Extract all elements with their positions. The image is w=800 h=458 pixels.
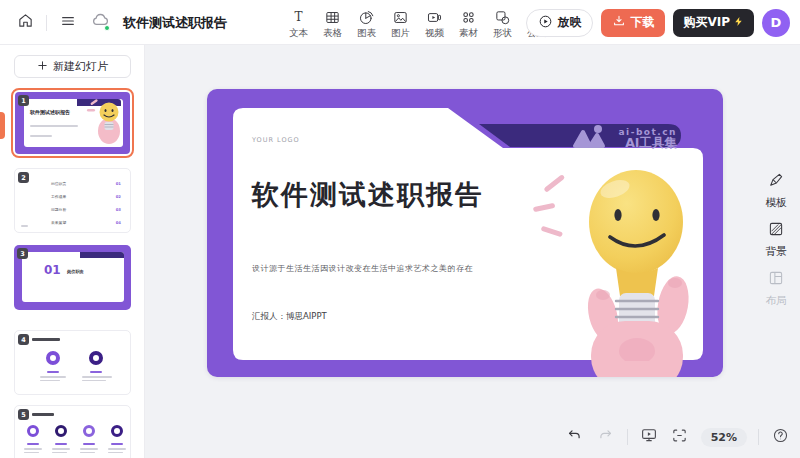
current-slide[interactable]: ai-bot.cn AI工具集 [207,89,723,377]
mini-text-line [40,376,66,378]
toolbar-text[interactable]: T 文本 [283,4,314,42]
mini-text-line [111,443,123,445]
present-button[interactable]: 放映 [526,9,593,37]
redo-button[interactable] [596,427,616,447]
redo-icon [597,427,614,448]
toolbar-video[interactable]: 视频 [419,4,450,42]
toolbar-image[interactable]: 图片 [385,4,416,42]
slide-graphics: ai-bot.cn AI工具集 [207,89,723,377]
app-window: 软件测试述职报告 T 文本 表格 图表 图片 视频 [0,0,800,458]
avatar[interactable]: D [762,9,790,37]
toolbar-label: 形状 [493,28,512,38]
rail-item-layout[interactable]: 布局 [766,269,787,308]
slide-logo-text[interactable]: YOUR LOGO [252,136,300,144]
mini-text-line [83,443,95,445]
slide-thumbnail-3[interactable]: 3 01 岗位职责 [14,245,131,310]
buy-vip-button[interactable]: 购买VIP [673,9,754,37]
assets-icon [460,9,477,26]
layout-icon [767,269,785,291]
fit-screen-button[interactable] [670,427,690,447]
slide-thumbnail-1-selected[interactable]: 1 软件测试述职报告 [11,88,134,158]
menu-button[interactable] [57,12,79,34]
toolbar-label: 文本 [289,28,308,38]
rail-item-background[interactable]: 背景 [766,220,787,259]
help-icon [772,427,789,448]
document-title[interactable]: 软件测试述职报告 [123,14,227,32]
download-button[interactable]: 下载 [601,9,665,37]
toolbar-table[interactable]: 表格 [317,4,348,42]
mini-text-line [82,376,112,378]
rail-item-template[interactable]: 模板 [766,171,787,210]
slide-number-badge: 3 [17,248,28,259]
svg-text:T: T [294,10,302,24]
slide-title-text[interactable]: 软件测试述职报告 [252,177,484,213]
cloud-icon [91,11,110,34]
mini-toc-label: 岗位职责 [51,181,66,186]
present-view-button[interactable] [639,427,659,447]
slide-number-badge: 1 [18,95,29,106]
mini-toc-label: 未来展望 [51,220,66,225]
watermark-name: AI工具集 [625,135,677,150]
mini-donut [55,425,67,437]
mini-donut [89,351,103,365]
slide-panel: 新建幻灯片 1 软件测试述职报告 [0,45,145,458]
video-icon [426,9,443,26]
zoom-controls: 52% [565,427,790,447]
slide-number-badge: 5 [18,409,29,420]
slide-thumbnail-2[interactable]: 2 岗位职责01 工作成果02 问题分析03 未来展望04 [14,168,131,233]
undo-button[interactable] [565,427,585,447]
controls-divider [627,429,628,445]
image-icon [392,9,409,26]
header-divider [46,15,47,31]
cloud-sync-status[interactable] [89,12,111,34]
mini-text-line [108,452,123,454]
header: 软件测试述职报告 T 文本 表格 图表 图片 视频 [0,0,800,45]
lightning-icon [733,15,744,31]
mini-text-line [21,225,28,227]
rail-label: 模板 [766,196,787,210]
sidebar-collapse-handle[interactable] [0,112,5,139]
slide-thumbnail-4[interactable]: 4 [14,330,131,395]
mini-text-line [80,448,98,450]
mini-donut [111,425,123,437]
play-icon [538,14,553,32]
rail-label: 背景 [766,245,787,259]
new-slide-button[interactable]: 新建幻灯片 [14,55,131,78]
shape-icon [494,9,511,26]
toolbar-shape[interactable]: 形状 [487,4,518,42]
mini-toc-label: 工作成果 [51,194,66,199]
slide-thumbnail-5[interactable]: 5 [14,405,131,458]
toolbar-chart[interactable]: 图表 [351,4,382,42]
right-tool-rail: 模板 背景 布局 [752,171,800,308]
help-button[interactable] [770,427,790,447]
mini-text-line [24,448,42,450]
toolbar-label: 图表 [357,28,376,38]
toolbar-assets[interactable]: 素材 [453,4,484,42]
slide-presenter-text[interactable]: 汇报人：博思AIPPT [252,311,327,323]
mini-section-number: 01 [44,263,61,277]
home-button[interactable] [14,12,36,34]
mini-toc-number: 04 [116,220,121,225]
mini-donut [27,425,39,437]
mini-toc-number: 03 [116,207,121,212]
download-icon [612,14,626,31]
mini-text-line [80,452,95,454]
header-right: 放映 下载 购买VIP D [526,0,790,45]
zoom-level[interactable]: 52% [701,428,747,447]
present-label: 放映 [557,14,581,31]
mini-donut [46,351,60,365]
template-icon [767,171,785,193]
editor-canvas[interactable]: ai-bot.cn AI工具集 [145,45,800,458]
slide-subtitle-text[interactable]: 设计源于生活生活因设计改变在生活中追求艺术之美的存在 [252,263,473,274]
mini-text-line [52,452,67,454]
mini-text-line [24,452,39,454]
mini-title-line [32,413,54,416]
mini-text-line [52,448,70,450]
plus-icon [37,60,48,74]
mini-text-line [90,371,102,373]
header-left: 软件测试述职报告 [14,0,227,45]
rail-label: 布局 [766,294,787,308]
mini-cover-title: 软件测试述职报告 [30,109,70,115]
mini-text-line [40,380,60,382]
download-label: 下载 [630,14,654,31]
